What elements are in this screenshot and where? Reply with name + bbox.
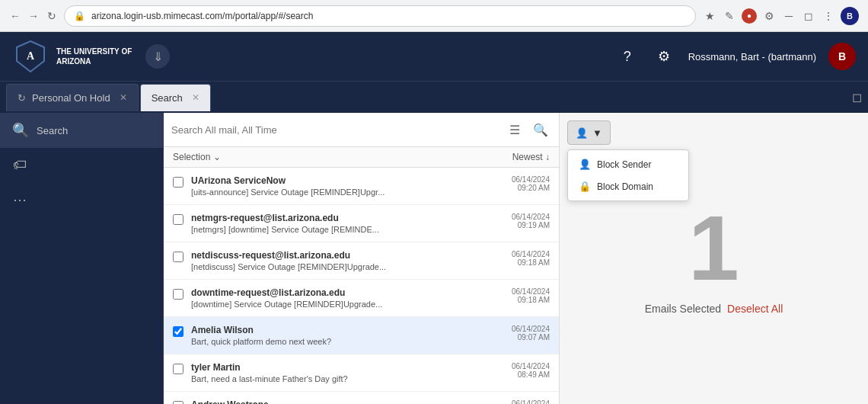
user-avatar[interactable]: B	[828, 43, 856, 70]
email-item[interactable]: netdiscuss-request@list.arizona.edu [net…	[164, 242, 559, 280]
email-sender-7: Andrew Westrope	[191, 399, 493, 404]
email-date-7: 06/14/2024 08:17 AM	[500, 399, 550, 404]
settings-icon[interactable]: ⚙	[761, 8, 777, 24]
download-icon[interactable]: ⇓	[145, 44, 170, 69]
block-domain-label: Block Domain	[597, 181, 653, 192]
browser-chrome: ← → ↻ 🔒 arizona.login-usb.mimecast.com/m…	[0, 0, 868, 32]
top-nav: A THE UNIVERSITY OF ARIZONA ⇓ ? ⚙ Rossma…	[0, 32, 868, 81]
email-checkbox-5[interactable]	[173, 326, 183, 337]
email-content-1: UArizona ServiceNow [uits-announce] Serv…	[191, 175, 493, 197]
star-icon[interactable]: ★	[702, 8, 717, 24]
email-content-3: netdiscuss-request@list.arizona.edu [net…	[191, 250, 493, 271]
email-checkbox-4[interactable]	[173, 289, 183, 300]
svg-text:A: A	[27, 50, 35, 62]
help-button[interactable]: ?	[615, 44, 640, 69]
sort-dropdown[interactable]: Newest ↓	[512, 152, 550, 162]
email-content-5: Amelia Wilson Bart, quick platform demo …	[191, 325, 493, 346]
email-content-4: downtime-request@list.arizona.edu [downt…	[191, 287, 493, 309]
email-subject-4: [downtime] Service Outage [REMINDER]Upgr…	[191, 300, 493, 309]
address-bar[interactable]: 🔒 arizona.login-usb.mimecast.com/m/porta…	[64, 5, 696, 27]
tab-bar: ↻ Personal On Hold ✕ Search ✕ ◻	[0, 81, 868, 113]
email-checkbox-6[interactable]	[173, 364, 183, 374]
address-url: arizona.login-usb.mimecast.com/m/portal/…	[91, 11, 686, 21]
email-subject-2: [netmgrs] [downtime] Service Outage [REM…	[191, 225, 493, 234]
sidebar-item-tags[interactable]: 🏷	[0, 148, 163, 182]
selection-chevron: ⌄	[213, 152, 221, 162]
edit-icon[interactable]: ✎	[722, 8, 737, 24]
email-date-2: 06/14/2024 09:19 AM	[500, 213, 550, 229]
search-input[interactable]	[171, 124, 499, 136]
selected-label: Emails Selected Deselect All	[645, 303, 783, 315]
email-sender-4: downtime-request@list.arizona.edu	[191, 287, 493, 298]
email-sender-1: UArizona ServiceNow	[191, 175, 493, 186]
person-block-icon: 👤	[579, 159, 591, 170]
forward-button[interactable]: →	[27, 10, 40, 22]
email-item[interactable]: UArizona ServiceNow [uits-announce] Serv…	[164, 168, 559, 205]
refresh-button[interactable]: ↻	[46, 10, 58, 22]
email-content-7: Andrew Westrope New Coalition to Build C…	[191, 399, 493, 404]
selection-dropdown[interactable]: Selection ⌄	[173, 152, 221, 162]
email-sender-2: netmgrs-request@list.arizona.edu	[191, 213, 493, 223]
profile-icon[interactable]: ─	[781, 8, 796, 24]
app: A THE UNIVERSITY OF ARIZONA ⇓ ? ⚙ Rossma…	[0, 32, 868, 404]
emails-selected-text: Emails Selected	[645, 303, 721, 315]
block-sender-label: Block Sender	[597, 159, 651, 170]
email-item[interactable]: tyler Martin Bart, need a last-minute Fa…	[164, 354, 559, 392]
selected-display: 1 Emails Selected Deselect All	[645, 202, 783, 315]
notification-icon[interactable]: ●	[742, 8, 757, 24]
email-item[interactable]: downtime-request@list.arizona.edu [downt…	[164, 280, 559, 317]
tab-close-search[interactable]: ✕	[192, 92, 199, 103]
back-button[interactable]: ←	[9, 10, 21, 22]
email-sender-6: tyler Martin	[191, 362, 493, 373]
extension-icon[interactable]: ◻	[801, 8, 816, 24]
shield-icon: A	[14, 40, 47, 73]
email-item[interactable]: netmgrs-request@list.arizona.edu [netmgr…	[164, 205, 559, 242]
dropdown-chevron: ▼	[592, 127, 602, 139]
email-content-2: netmgrs-request@list.arizona.edu [netmgr…	[191, 213, 493, 234]
expand-button[interactable]: ◻	[852, 90, 862, 104]
sidebar-item-search[interactable]: 🔍 Search	[0, 113, 163, 148]
action-dropdown-menu: 👤 Block Sender 🔒 Block Domain	[567, 149, 689, 201]
email-date-3: 06/14/2024 09:18 AM	[500, 250, 550, 267]
selection-label: Selection	[173, 152, 210, 162]
more-icon: ⋯	[12, 191, 27, 208]
email-checkbox-3[interactable]	[173, 252, 183, 262]
tab-close-personal[interactable]: ✕	[120, 92, 127, 103]
email-checkbox-1[interactable]	[173, 177, 183, 188]
browser-controls: ← → ↻	[9, 10, 58, 22]
email-subject-6: Bart, need a last-minute Father's Day gi…	[191, 374, 493, 383]
block-domain-item[interactable]: 🔒 Block Domain	[568, 175, 688, 197]
email-subject-3: [netdiscuss] Service Outage [REMINDER]Up…	[191, 262, 493, 271]
sidebar-item-more[interactable]: ⋯	[0, 182, 163, 217]
tab-personal-on-hold[interactable]: ↻ Personal On Hold ✕	[6, 84, 139, 111]
email-date-1: 06/14/2024 09:20 AM	[500, 175, 550, 192]
content-area: 🔍 Search 🏷 ⋯ ☰ 🔍	[0, 113, 868, 404]
user-profile-circle[interactable]: B	[841, 7, 859, 25]
email-date-4: 06/14/2024 09:18 AM	[500, 287, 550, 304]
menu-icon[interactable]: ⋮	[821, 8, 836, 24]
filter-button[interactable]: ☰	[504, 119, 525, 140]
email-item-selected[interactable]: Amelia Wilson Bart, quick platform demo …	[164, 317, 559, 354]
main-area: ☰ 🔍 Selection ⌄ Newest ↓	[164, 113, 868, 404]
email-date-5: 06/14/2024 09:07 AM	[500, 325, 550, 341]
logo-text: THE UNIVERSITY OF ARIZONA	[56, 46, 132, 66]
email-subject-1: [uits-announce] Service Outage [REMINDER…	[191, 188, 493, 197]
tab-search[interactable]: Search ✕	[140, 84, 211, 111]
settings-button[interactable]: ⚙	[652, 44, 676, 69]
deselect-all-link[interactable]: Deselect All	[727, 303, 783, 315]
email-sender-3: netdiscuss-request@list.arizona.edu	[191, 250, 493, 261]
email-date-6: 06/14/2024 08:49 AM	[500, 362, 550, 379]
top-nav-right: ? ⚙ Rossmann, Bart - (bartmann) B	[615, 43, 856, 70]
browser-actions: ★ ✎ ● ⚙ ─ ◻ ⋮ B	[702, 7, 859, 25]
email-list: ☰ 🔍 Selection ⌄ Newest ↓	[164, 113, 560, 404]
email-subject-5: Bart, quick platform demo next week?	[191, 337, 493, 346]
action-dropdown-trigger[interactable]: 👤 ▼	[567, 120, 611, 145]
email-item[interactable]: Andrew Westrope New Coalition to Build C…	[164, 392, 559, 404]
email-checkbox-7[interactable]	[173, 401, 183, 404]
email-checkbox-2[interactable]	[173, 214, 183, 225]
search-go-button[interactable]: 🔍	[530, 119, 551, 140]
lock-icon: 🔒	[74, 11, 85, 21]
tab-search-label: Search	[152, 92, 183, 104]
logo-area: A THE UNIVERSITY OF ARIZONA ⇓	[12, 38, 170, 75]
block-sender-item[interactable]: 👤 Block Sender	[568, 153, 688, 175]
